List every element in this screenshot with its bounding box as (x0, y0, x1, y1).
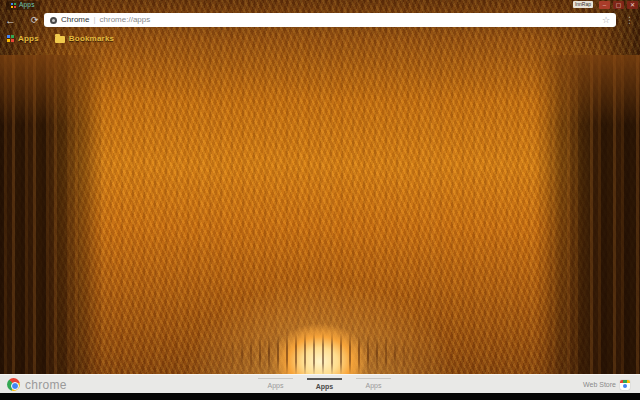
menu-icon[interactable]: ⋮ (625, 10, 634, 30)
favicon-square-green (14, 3, 16, 5)
favicon-square-red (14, 6, 16, 8)
close-button[interactable]: ✕ (627, 1, 638, 9)
chrome-logo-icon (7, 378, 20, 391)
pager-item-apps-1[interactable]: Apps (258, 378, 293, 390)
folder-icon (55, 36, 65, 43)
web-store-label: Web Store (583, 381, 616, 388)
bookmarks-bar: Apps Bookmarks (0, 30, 640, 47)
tab-strip: Apps InnRap – ▢ ✕ (0, 0, 640, 10)
apps-pager: Apps Apps Apps (258, 378, 391, 390)
wallpaper-right-trunks (538, 55, 640, 393)
apps-grid-favicon-icon (11, 3, 16, 8)
bookmark-item-bookmarks[interactable]: Bookmarks (55, 34, 114, 43)
bookmark-label: Apps (18, 34, 39, 43)
grid-square-green (11, 35, 14, 38)
wallpaper-vanishing-trunks (205, 262, 435, 377)
grid-square-red (11, 39, 14, 42)
minimize-button[interactable]: – (599, 1, 610, 9)
favicon-square-blue (11, 3, 13, 5)
chrome-brand: chrome (7, 375, 67, 394)
back-button[interactable]: ← (5, 10, 16, 30)
theme-wallpaper-autumn-avenue (0, 0, 640, 393)
pager-item-apps-3[interactable]: Apps (356, 378, 391, 390)
web-store-link[interactable]: Web Store (583, 375, 630, 394)
bookmark-item-apps[interactable]: Apps (7, 34, 39, 43)
bottom-black-strip (0, 393, 640, 400)
bookmark-label: Bookmarks (69, 34, 114, 43)
omnibox-site-label: Chrome (61, 16, 89, 24)
favicon-square-yellow (11, 6, 13, 8)
watermark-badge: InnRap (573, 1, 593, 8)
browser-window: Apps InnRap – ▢ ✕ ← ⟳ Chrome | chrome://… (0, 0, 640, 400)
browser-tab-apps[interactable]: Apps (6, 1, 40, 10)
chrome-brand-label: chrome (25, 378, 67, 392)
navigation-toolbar: ← ⟳ Chrome | chrome://apps ☆ ⋮ (0, 10, 640, 30)
omnibox-separator: | (93, 16, 95, 24)
apps-page-footer: chrome Apps Apps Apps Web Store (0, 374, 640, 393)
chrome-page-icon (50, 17, 57, 24)
wallpaper-left-trunks (0, 55, 102, 393)
grid-square-yellow (7, 39, 10, 42)
pager-item-apps-2-selected[interactable]: Apps (307, 378, 342, 390)
omnibox-address-bar[interactable]: Chrome | chrome://apps ☆ (44, 13, 616, 27)
omnibox-url-text: chrome://apps (100, 16, 151, 24)
maximize-button[interactable]: ▢ (613, 1, 624, 9)
grid-square-blue (7, 35, 10, 38)
apps-grid-icon (7, 35, 14, 42)
refresh-button[interactable]: ⟳ (31, 10, 39, 30)
web-store-icon (620, 380, 630, 390)
tab-title: Apps (19, 2, 35, 9)
bookmark-star-icon[interactable]: ☆ (602, 16, 610, 25)
